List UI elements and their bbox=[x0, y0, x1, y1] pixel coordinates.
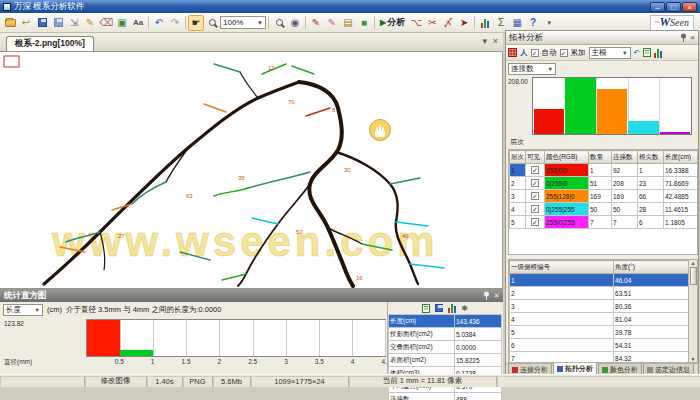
node-tool-icon[interactable]: 人 bbox=[520, 48, 528, 58]
palette-icon[interactable]: ▤ bbox=[340, 15, 356, 31]
pointer-tool-icon[interactable]: ➤ bbox=[456, 15, 472, 31]
panel-close-icon[interactable]: × bbox=[690, 33, 695, 42]
region-color-icon[interactable]: ■ bbox=[356, 15, 372, 31]
document-tab[interactable]: 根系-2.png[100%] bbox=[6, 36, 94, 51]
document-tab-label: 根系-2.png[100%] bbox=[15, 38, 85, 50]
layer-level-cell[interactable]: 5 bbox=[510, 216, 526, 229]
visible-checkbox[interactable]: ✓ bbox=[531, 205, 539, 213]
redo-icon[interactable]: ↷ bbox=[167, 15, 183, 31]
eraser-icon[interactable]: ⌫ bbox=[98, 15, 114, 31]
select-region-icon[interactable] bbox=[508, 48, 517, 57]
pin-icon[interactable] bbox=[680, 33, 687, 42]
table-icon[interactable]: ▦ bbox=[509, 15, 525, 31]
visible-checkbox[interactable]: ✓ bbox=[531, 218, 539, 226]
layer-col-header: 颜色(RGB) bbox=[545, 151, 589, 164]
open-file-icon[interactable]: ↩ bbox=[18, 15, 34, 31]
layer-color-cell: 0|255|0 bbox=[545, 177, 589, 190]
save-icon[interactable] bbox=[34, 15, 50, 31]
measure-pen-icon[interactable]: ✎ bbox=[308, 15, 324, 31]
layer-level-cell[interactable]: 1 bbox=[510, 164, 526, 177]
layer-table-row[interactable]: 3✓255|128|01691696642.4885 bbox=[510, 190, 699, 203]
layer-visible-cell[interactable]: ✓ bbox=[526, 177, 545, 190]
angle-table-row[interactable]: 654.31 bbox=[510, 339, 689, 352]
angle-table-row[interactable]: 784.32 bbox=[510, 352, 689, 364]
zoom-fit-icon[interactable]: ◉ bbox=[287, 15, 303, 31]
visible-checkbox[interactable]: ✓ bbox=[531, 166, 539, 174]
tab-list-icon[interactable]: ▾ bbox=[482, 36, 487, 46]
layer-visible-cell[interactable]: ✓ bbox=[526, 190, 545, 203]
branch-tool-icon[interactable]: ⌥ bbox=[408, 15, 424, 31]
scroll-up-icon[interactable]: ▲ bbox=[691, 260, 696, 266]
layer-table-row[interactable]: 1✓255|0|0192116.3388 bbox=[510, 164, 699, 177]
text-tool-icon[interactable]: Aa bbox=[130, 15, 146, 31]
layer-visible-cell[interactable]: ✓ bbox=[526, 203, 545, 216]
visible-checkbox[interactable]: ✓ bbox=[531, 179, 539, 187]
close-button[interactable]: × bbox=[682, 2, 697, 12]
layer-visible-cell[interactable]: ✓ bbox=[526, 216, 545, 229]
stat-value-cell: 488 bbox=[455, 393, 502, 400]
angle-table-row[interactable]: 481.04 bbox=[510, 313, 689, 326]
layer-table-row[interactable]: 2✓0|255|0512082371.8669 bbox=[510, 177, 699, 190]
accumulate-checkbox[interactable]: ✓ bbox=[560, 49, 568, 57]
angle-table-row[interactable]: 380.36 bbox=[510, 300, 689, 313]
angle-table-row[interactable]: 539.78 bbox=[510, 326, 689, 339]
hist-metric-select[interactable]: 长度 ▼ bbox=[3, 304, 43, 316]
layer-level-cell[interactable]: 2 bbox=[510, 177, 526, 190]
tab-close-icon[interactable]: × bbox=[493, 36, 498, 46]
stats-icon[interactable]: Σ bbox=[493, 15, 509, 31]
scissors-icon[interactable]: ✂ bbox=[424, 15, 440, 31]
angle-table-row[interactable]: 263.51 bbox=[510, 287, 689, 300]
wseen-logo: ~WSeen bbox=[650, 15, 694, 31]
angle-table-row[interactable]: 146.04 bbox=[510, 274, 689, 287]
stats-table-row[interactable]: 表面积(cm2)15.8225 bbox=[389, 354, 502, 367]
export-excel-icon[interactable] bbox=[422, 304, 430, 313]
layer-level-cell[interactable]: 4 bbox=[510, 203, 526, 216]
stats-table-row[interactable]: 长度(cm)143.436 bbox=[389, 315, 502, 328]
help-dropdown-icon[interactable]: ▼ bbox=[541, 15, 557, 31]
hist-tick-label: 0.5 bbox=[115, 358, 124, 365]
image-icon[interactable]: ▣ bbox=[114, 15, 130, 31]
layer-connections-cell: 169 bbox=[612, 190, 638, 203]
undo-icon[interactable]: ↶ bbox=[151, 15, 167, 31]
maximize-button[interactable]: □ bbox=[666, 2, 681, 12]
chart-icon[interactable] bbox=[477, 15, 493, 31]
layer-level-cell[interactable]: 3 bbox=[510, 190, 526, 203]
pin-icon[interactable] bbox=[483, 291, 490, 300]
chart-icon[interactable] bbox=[448, 303, 456, 313]
image-canvas[interactable]: www.wseen.com bbox=[0, 52, 503, 288]
zoom-tool-icon[interactable] bbox=[204, 15, 220, 31]
minimize-button[interactable]: – bbox=[650, 2, 665, 12]
angle-table-scrollbar[interactable]: ▲ ▼ bbox=[688, 260, 697, 362]
settings-gear-icon[interactable]: ✱ bbox=[461, 304, 468, 313]
visible-checkbox[interactable]: ✓ bbox=[531, 192, 539, 200]
scroll-down-icon[interactable]: ▼ bbox=[691, 356, 696, 362]
pencil-icon[interactable]: ✎ bbox=[82, 15, 98, 31]
layer-visible-cell[interactable]: ✓ bbox=[526, 164, 545, 177]
root-type-select[interactable]: 主根 ▼ bbox=[589, 47, 631, 59]
layer-table-row[interactable]: 5✓255|0|2557761.1805 bbox=[510, 216, 699, 229]
save-icon[interactable] bbox=[435, 304, 443, 312]
analyze-button[interactable]: ▶ 分析 bbox=[377, 16, 408, 29]
chart-export-icon[interactable] bbox=[654, 48, 662, 58]
layer-table-row[interactable]: 4✓0|255|25550502811.4615 bbox=[510, 203, 699, 216]
metric-select[interactable]: 连接数 ▼ bbox=[508, 63, 556, 75]
connect-tool-icon[interactable]: 〆 bbox=[440, 15, 456, 31]
export-icon[interactable]: ⇲ bbox=[66, 15, 82, 31]
auto-checkbox[interactable]: ✓ bbox=[531, 49, 539, 57]
mark-pen-icon[interactable]: ✎ bbox=[324, 15, 340, 31]
root-drawing: www.wseen.com bbox=[0, 52, 503, 288]
help-icon[interactable]: ? bbox=[525, 15, 541, 31]
save-all-icon[interactable] bbox=[50, 15, 66, 31]
refresh-icon[interactable]: ↶ bbox=[634, 48, 640, 57]
stats-table-row[interactable]: 投影面积(cm2)5.0384 bbox=[389, 328, 502, 341]
zoom-level-select[interactable]: 100% ▼ bbox=[220, 16, 266, 29]
pan-hand-tool-icon[interactable]: ☛ bbox=[188, 15, 204, 31]
stats-table-row[interactable]: 连接数488 bbox=[389, 393, 502, 400]
stats-table-row[interactable]: 交叠面积(cm2)0.0000 bbox=[389, 341, 502, 354]
new-file-icon[interactable] bbox=[2, 15, 18, 31]
hist-x-axis-ticks: 0.511.522.533.544.5 bbox=[86, 358, 386, 366]
zoom-out-icon[interactable] bbox=[271, 15, 287, 31]
scroll-thumb[interactable] bbox=[690, 267, 697, 285]
export-excel-icon[interactable] bbox=[643, 48, 651, 57]
panel-close-icon[interactable]: × bbox=[494, 291, 499, 300]
